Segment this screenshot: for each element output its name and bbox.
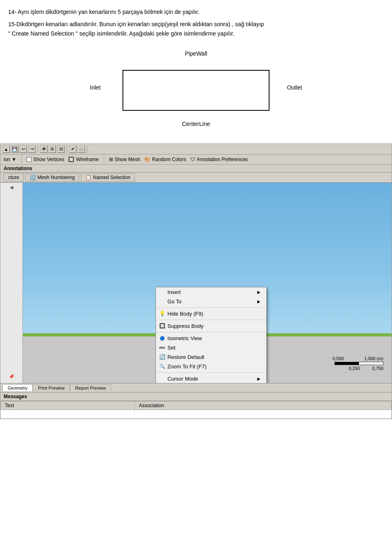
context-menu: Insert ▶ Go To ▶ 💡 Hide Body (F9) 🔲 <box>156 287 267 383</box>
toolbar-strip-1: ▲ 💾 ↩ ↪ ✥ ⧉ ⊟ ✔ □ <box>0 144 392 155</box>
show-mesh-label: Show Mesh <box>115 157 140 162</box>
btab-report-preview-label: Report Preview <box>75 386 106 390</box>
ribbon-tab-named-selection[interactable]: 📋 Named Selection <box>81 173 135 182</box>
btab-print-preview-label: Print Preview <box>38 386 65 390</box>
viewport[interactable]: Insert ▶ Go To ▶ 💡 Hide Body (F9) 🔲 <box>23 183 392 383</box>
ctx-restore-default-label: Restore Default <box>167 354 204 360</box>
messages-header: Messages <box>0 392 392 401</box>
ctx-item-restore-default[interactable]: 🔄 Restore Default <box>156 352 266 362</box>
paragraph-1: 14- Aynı işlem dikdörtgenin yan kenarlar… <box>8 7 384 16</box>
ctx-cursor-mode-label: Cursor Mode <box>167 376 198 382</box>
paragraph-2: 15-Dikdörtgen kenarları adlandırılır. Bu… <box>8 20 384 38</box>
label-centerline: CenterLine <box>182 121 210 127</box>
ribbon-tab-mesh-numbering-label: Mesh Numbering <box>38 175 75 180</box>
messages-empty-cell-1 <box>1 410 135 419</box>
toolbar2-dropdown[interactable]: ion ▼ <box>4 157 16 162</box>
ctx-isometric-view-label: Isometric View <box>167 335 202 341</box>
panel-pin[interactable]: 📌 <box>9 374 14 379</box>
ctx-cursor-mode-arrow: ▶ <box>257 377 261 381</box>
ctx-sep-1 <box>156 307 266 308</box>
ctx-item-insert[interactable]: Insert ▶ <box>156 287 266 297</box>
ctx-sep-4 <box>156 372 266 373</box>
bottom-tabs: Geometry Print Preview Report Preview <box>0 383 392 392</box>
show-vertices-label: Show Vertices <box>33 157 64 162</box>
ctx-suppress-body-label: Suppress Body <box>167 323 203 329</box>
set-icon: ISO <box>158 344 166 351</box>
suppress-body-icon: 🔲 <box>158 322 166 330</box>
toolbar-icon-cursor[interactable]: ▲ <box>2 146 10 153</box>
ctx-item-zoom-to-fit[interactable]: 🔍 Zoom To Fit (F7) <box>156 362 266 371</box>
show-mesh-icon: ⊞ <box>109 157 113 162</box>
hide-body-icon: 💡 <box>158 310 166 317</box>
toolbar-icon-check[interactable]: ✔ <box>69 146 76 153</box>
annotation-prefs-icon: 🛡 <box>190 157 195 162</box>
ribbon-tab-named-selection-label: Named Selection <box>93 175 130 180</box>
toolbar-icon-move[interactable]: ✥ <box>40 146 47 153</box>
toolbar-icon-box[interactable]: □ <box>78 146 85 153</box>
diagram-inner: PipeWall Inlet Outlet CenterLine <box>90 62 302 127</box>
ctx-goto-label: Go To <box>167 298 181 305</box>
toolbar2-random-colors[interactable]: 🎨 Random Colors <box>144 157 186 162</box>
toolbar2-sep2 <box>104 156 104 163</box>
ctx-item-isometric-view[interactable]: 🔵 Isometric View <box>156 334 266 343</box>
toolbar2-annotation-prefs[interactable]: 🛡 Annotation Preferences <box>190 157 248 162</box>
ctx-sep-3 <box>156 332 266 332</box>
label-pipewall: PipeWall <box>185 50 207 57</box>
ctx-item-goto[interactable]: Go To ▶ <box>156 297 266 306</box>
btab-report-preview[interactable]: Report Preview <box>70 384 111 391</box>
isometric-view-icon: 🔵 <box>158 334 166 342</box>
messages-empty-cell-2 <box>135 410 392 419</box>
btab-print-preview[interactable]: Print Preview <box>33 384 70 391</box>
ctx-insert-arrow: ▶ <box>257 290 261 294</box>
ctx-sep-2 <box>156 320 266 320</box>
toolbar2-wireframe[interactable]: 🔲 Wireframe <box>68 157 98 162</box>
btab-geometry[interactable]: Geometry <box>2 384 33 391</box>
ribbon-tab-mesh-numbering[interactable]: 🔢 Mesh Numbering <box>25 173 79 182</box>
text-section: 14- Aynı işlem dikdörtgenin yan kenarlar… <box>0 0 392 45</box>
ctx-item-cursor-mode[interactable]: Cursor Mode ▶ <box>156 374 266 383</box>
scale-bar-graphic <box>334 362 383 365</box>
toolbar-icon-redo[interactable]: ↪ <box>28 146 36 153</box>
messages-col-text: Text <box>1 401 135 410</box>
toolbar-icon-undo[interactable]: ↩ <box>20 146 27 153</box>
messages-col-association: Association <box>135 401 392 410</box>
toolbar2-show-mesh[interactable]: ⊞ Show Mesh <box>109 157 140 162</box>
ribbon-tabs: cture 🔢 Mesh Numbering 📋 Named Selection <box>0 173 392 183</box>
pipe-rectangle <box>122 70 270 111</box>
scale-labels-top: 0,500 1,000 (m) <box>332 356 383 361</box>
show-vertices-check[interactable] <box>27 157 31 162</box>
ribbon-tab-structure[interactable]: cture <box>4 173 24 182</box>
toolbar2-show-vertices[interactable]: Show Vertices <box>27 157 64 162</box>
app-window: ▲ 💾 ↩ ↪ ✥ ⧉ ⊟ ✔ □ ion ▼ Show Vertices 🔲 … <box>0 143 392 419</box>
ctx-item-suppress-body[interactable]: 🔲 Suppress Body <box>156 321 266 331</box>
wireframe-icon: 🔲 <box>68 157 74 162</box>
toolbar-icon-save[interactable]: 💾 <box>11 146 18 153</box>
left-panel: ◀ 📌 <box>0 183 23 383</box>
main-area: ◀ 📌 Insert ▶ Go To ▶ <box>0 183 392 383</box>
messages-panel: Messages Text Association <box>0 392 392 419</box>
zoom-to-fit-icon: 🔍 <box>158 363 166 370</box>
toolbar-icon-duplicate[interactable]: ⧉ <box>49 146 56 153</box>
ctx-goto-arrow: ▶ <box>257 299 261 304</box>
toolbar-icon-minus[interactable]: ⊟ <box>57 146 65 153</box>
annotation-prefs-label: Annotation Preferences <box>197 157 248 162</box>
named-selection-icon: 📋 <box>85 175 91 180</box>
restore-default-icon: 🔄 <box>158 353 166 361</box>
toolbar-strip-2: ion ▼ Show Vertices 🔲 Wireframe ⊞ Show M… <box>0 155 392 165</box>
scale-bar: 0,500 1,000 (m) 0,250 0,750 <box>332 356 383 371</box>
panel-arrow-up[interactable]: ◀ <box>10 185 13 190</box>
ctx-insert-label: Insert <box>167 289 181 295</box>
ctx-zoom-to-fit-label: Zoom To Fit (F7) <box>167 363 207 370</box>
ctx-item-set[interactable]: ISO Set <box>156 343 266 352</box>
ctx-item-hide-body[interactable]: 💡 Hide Body (F9) <box>156 309 266 318</box>
btab-geometry-label: Geometry <box>8 386 27 390</box>
scale-labels-bottom: 0,250 0,750 <box>349 366 383 371</box>
dropdown-label: ion ▼ <box>4 157 16 162</box>
label-inlet: Inlet <box>90 84 100 91</box>
random-colors-icon: 🎨 <box>144 157 150 162</box>
scale-label-0500: 0,500 <box>332 356 344 361</box>
scale-label-0750: 0,750 <box>372 366 383 371</box>
ribbon-tab-structure-label: cture <box>8 175 19 180</box>
diagram-section: PipeWall Inlet Outlet CenterLine <box>0 49 392 139</box>
toolbar-icon-group: ▲ 💾 ↩ ↪ ✥ ⧉ ⊟ ✔ □ <box>2 146 88 153</box>
